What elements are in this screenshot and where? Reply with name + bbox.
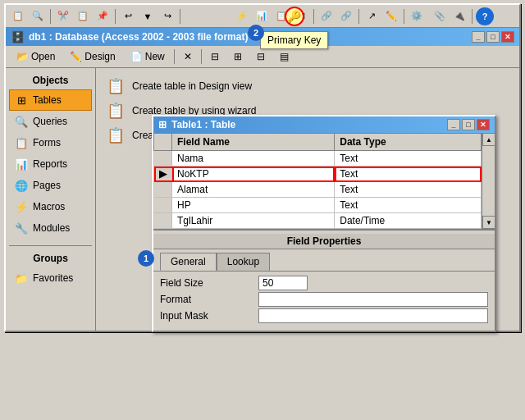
sidebar-item-macros[interactable]: ⚡ Macros [9, 196, 92, 217]
type-nama[interactable]: Text [335, 151, 482, 167]
open-icon: 📂 [16, 51, 29, 62]
table-dialog: ⊞ Table1 : Table _ □ ✕ Field Name Data T… [152, 115, 496, 332]
table-row[interactable]: Nama Text [154, 151, 482, 167]
table-row-hp[interactable]: HP Text [154, 198, 482, 213]
field-nama[interactable]: Nama [172, 151, 335, 167]
open-label: Open [31, 51, 55, 62]
toolbar-sep-1 [50, 9, 51, 24]
field-alamat[interactable]: Alamat [172, 182, 335, 198]
toolbar-btn-lightning[interactable]: ⚡ [233, 7, 251, 25]
modules-icon: 🔧 [15, 221, 28, 235]
db-view-btn4[interactable]: ▤ [274, 48, 294, 65]
row-arrow-4 [154, 198, 172, 213]
queries-icon: 🔍 [15, 115, 28, 128]
new-label: New [145, 51, 165, 62]
groups-section: Groups 📁 Favorites [9, 245, 92, 289]
tables-label: Tables [33, 94, 62, 106]
db-title: db1 : Database (Access 2002 - 2003 file … [29, 31, 248, 43]
table-restore-btn[interactable]: □ [462, 119, 475, 130]
db-close-btn[interactable]: ✕ [501, 31, 514, 43]
table-title: Table1 : Table [171, 119, 235, 130]
toolbar-btn-pencil[interactable]: ✏️ [382, 7, 400, 25]
field-name-header: Field Name [172, 134, 335, 151]
macros-label: Macros [33, 201, 65, 212]
db-view-btn3[interactable]: ⊟ [251, 48, 271, 65]
modules-label: Modules [33, 222, 70, 234]
toolbar-undo-arrow[interactable]: ▼ [139, 7, 157, 25]
forms-icon: 📋 [15, 136, 28, 149]
type-tglLahir[interactable]: Date/Time [335, 213, 482, 229]
scroll-track[interactable] [482, 146, 495, 216]
field-tglLahir[interactable]: TglLahir [172, 213, 335, 229]
toolbar-help-btn[interactable]: ? [476, 7, 494, 25]
fp-value-inputmask[interactable] [258, 308, 488, 323]
row-arrow-2: ▶ [154, 167, 172, 182]
type-alamat[interactable]: Text [335, 182, 482, 198]
row-arrow-3 [154, 182, 172, 198]
field-hp[interactable]: HP [172, 198, 335, 213]
pages-label: Pages [33, 180, 61, 191]
table-row-noKTP[interactable]: ▶ NoKTP Text [154, 167, 482, 182]
sidebar-item-pages[interactable]: 🌐 Pages [9, 175, 92, 196]
db-view-btn2[interactable]: ⊞ [228, 48, 248, 65]
table-close-btn[interactable]: ✕ [477, 119, 490, 130]
table-scrollbar[interactable]: ▲ ▼ [482, 133, 495, 229]
sidebar-item-modules[interactable]: 🔧 Modules [9, 217, 92, 239]
design-icon: ✏️ [70, 51, 82, 62]
step-badge-2: 2 [248, 25, 264, 41]
enter-data-icon: 📋 [106, 126, 126, 145]
reports-label: Reports [33, 158, 67, 170]
table-minimize-btn[interactable]: _ [447, 119, 460, 130]
primary-key-button[interactable]: 🔑 [285, 7, 304, 26]
scroll-up-btn[interactable]: ▲ [482, 133, 495, 146]
toolbar-btn-settings[interactable]: ⚙️ [408, 7, 426, 25]
tab-general[interactable]: General [160, 253, 217, 271]
fp-value-format[interactable] [258, 292, 488, 307]
favorites-icon: 📁 [15, 272, 28, 285]
sidebar-header: Objects [9, 71, 92, 89]
sidebar-item-queries[interactable]: 🔍 Queries [9, 111, 92, 132]
tab-lookup[interactable]: Lookup [217, 253, 270, 271]
toolbar-btn-1[interactable]: 📋 [9, 7, 27, 25]
type-hp[interactable]: Text [335, 198, 482, 213]
db-open-btn[interactable]: 📂 Open [11, 48, 61, 65]
table-row-alamat[interactable]: Alamat Text [154, 182, 482, 198]
type-noKTP[interactable]: Text [335, 167, 482, 182]
sidebar-item-forms[interactable]: 📋 Forms [9, 132, 92, 153]
tab-lookup-label: Lookup [227, 256, 259, 267]
toolbar-btn-misc2[interactable]: 🔌 [450, 7, 468, 25]
toolbar-sep-3 [180, 9, 180, 24]
db-minimize-btn[interactable]: _ [472, 31, 485, 43]
fp-value-fieldsize[interactable] [258, 276, 308, 290]
db-restore-btn[interactable]: □ [486, 31, 500, 43]
toolbar-btn-paste[interactable]: 📌 [94, 7, 112, 25]
toolbar-btn-2[interactable]: 🔍 [29, 7, 47, 25]
toolbar-redo-btn[interactable]: ↪ [158, 7, 176, 25]
toolbar-sep-7 [472, 9, 472, 24]
table-grid-container: Field Name Data Type Nama Text ▶ NoKTP T… [153, 133, 495, 229]
db-design-btn[interactable]: ✏️ Design [64, 48, 121, 65]
new-icon: 📄 [130, 51, 143, 62]
db-new-btn[interactable]: 📄 New [125, 48, 171, 65]
toolbar-btn-copy[interactable]: 📋 [74, 7, 92, 25]
sidebar: Objects ⊞ Tables 🔍 Queries 📋 Forms 📊 Rep… [6, 68, 96, 331]
toolbar-btn-misc1[interactable]: 📎 [431, 7, 449, 25]
table-row-tglLahir[interactable]: TglLahir Date/Time [154, 213, 482, 229]
db-delete-btn[interactable]: ✕ [178, 48, 198, 65]
toolbar-btn-link2[interactable]: 🔗 [337, 7, 355, 25]
sidebar-item-tables[interactable]: ⊞ Tables [9, 89, 92, 111]
db-view-btn1[interactable]: ⊟ [205, 48, 225, 65]
fp-row-format: Format [160, 291, 488, 308]
view-icon-4: ▤ [280, 51, 289, 62]
sidebar-item-favorites[interactable]: 📁 Favorites [9, 267, 92, 289]
toolbar-btn-arrow[interactable]: ↗ [363, 7, 381, 25]
scroll-down-btn[interactable]: ▼ [482, 216, 495, 229]
view-icon-2: ⊞ [234, 51, 242, 62]
sidebar-item-reports[interactable]: 📊 Reports [9, 153, 92, 175]
create-design-view[interactable]: 📋 Create table in Design view [103, 75, 513, 98]
toolbar-area: 📋 🔍 ✂️ 📋 📌 ↩ ▼ ↪ 🔑 Primary Key ⚡ 📊 📋 ⊞ 🔗… [6, 5, 519, 28]
toolbar-btn-cut[interactable]: ✂️ [54, 7, 72, 25]
db-toolbar: 📂 Open ✏️ Design 📄 New ✕ ⊟ ⊞ ⊟ ▤ [6, 46, 519, 68]
toolbar-undo-btn[interactable]: ↩ [119, 7, 137, 25]
field-noKTP[interactable]: NoKTP [172, 167, 335, 182]
